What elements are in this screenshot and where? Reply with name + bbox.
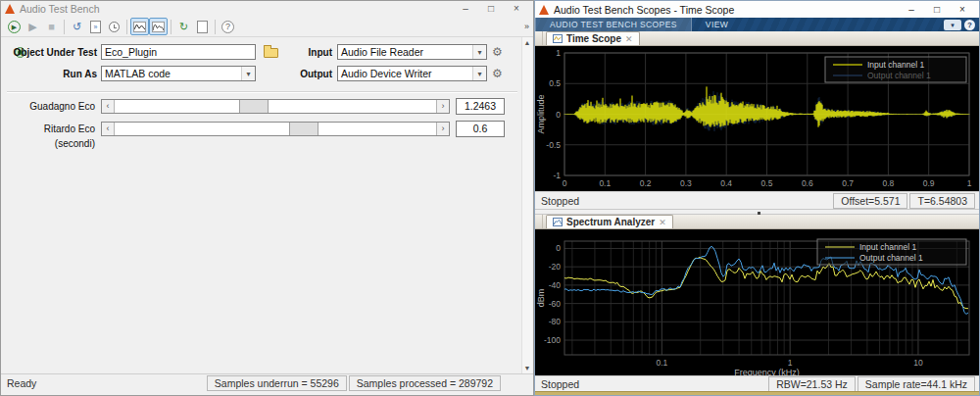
close-button[interactable]: × <box>950 3 975 17</box>
window-bottom-border <box>535 391 979 395</box>
svg-text:10: 10 <box>913 358 923 368</box>
svg-text:0.1: 0.1 <box>599 178 611 188</box>
svg-text:0: 0 <box>556 243 561 253</box>
play-button[interactable]: ▶ <box>24 18 42 35</box>
toolbar-separator <box>171 20 172 34</box>
svg-text:-40: -40 <box>549 280 562 290</box>
maximize-button[interactable]: □ <box>924 3 950 17</box>
time-scope-toggle[interactable] <box>130 18 149 35</box>
slider-value[interactable]: 1.2463 <box>456 98 505 115</box>
svg-text:0.2: 0.2 <box>640 178 652 188</box>
input-label: Input <box>293 45 332 60</box>
minimize-button[interactable]: – <box>453 2 478 16</box>
close-icon[interactable]: ✕ <box>625 34 633 44</box>
chevron-down-icon: ▾ <box>472 67 486 80</box>
status-text: Ready <box>1 377 36 389</box>
svg-text:Output channel 1: Output channel 1 <box>867 71 931 80</box>
svg-text:0.8: 0.8 <box>882 178 894 188</box>
slider-label: Ritardo Eco (secondi) <box>1 122 95 151</box>
generate-script-button[interactable]: » <box>86 18 105 35</box>
svg-text:0.5: 0.5 <box>761 178 773 188</box>
slider-value[interactable]: 0.6 <box>456 121 505 137</box>
svg-text:dBm: dBm <box>536 289 546 308</box>
spectrum-tab-icon <box>553 218 563 226</box>
spectrum-analyzer-toggle[interactable] <box>149 18 168 35</box>
svg-text:0.1: 0.1 <box>656 358 667 368</box>
help-button[interactable]: ? <box>219 18 237 35</box>
tab-spectrum-analyzer[interactable]: Spectrum Analyzer ✕ <box>546 215 673 228</box>
slider-thumb[interactable] <box>289 123 318 135</box>
slider-right-arrow-icon[interactable]: › <box>436 100 449 113</box>
status-cell: Sample rate=44.1 kHz <box>858 376 975 392</box>
folder-icon[interactable] <box>264 48 278 58</box>
reset-button[interactable]: ↺ <box>68 18 86 35</box>
slider-right-arrow-icon[interactable]: › <box>436 123 449 135</box>
output-select[interactable]: Audio Device Writer ▾ <box>337 66 487 81</box>
svg-text:0: 0 <box>556 110 561 120</box>
slider-left-arrow-icon[interactable]: ‹ <box>102 100 115 113</box>
toolbar-overflow-icon[interactable]: » <box>524 22 529 31</box>
svg-text:0.4: 0.4 <box>720 178 732 188</box>
scrollbar[interactable]: ▲ ▼ <box>521 37 532 373</box>
run-as-label: Run As <box>11 67 97 81</box>
svg-text:Input channel 1: Input channel 1 <box>867 60 924 70</box>
ribbon-tab-audio-test-bench-scopes[interactable]: AUDIO TEST BENCH SCOPES <box>535 18 692 31</box>
minimize-button[interactable]: – <box>899 3 924 17</box>
audio-device-refresh-button[interactable]: ↻ <box>174 18 193 35</box>
status-text: Stopped <box>535 195 579 207</box>
svg-text:Input channel 1: Input channel 1 <box>859 242 916 252</box>
spectrum-status-bar: Stopped RBW=21.53 HzSample rate=44.1 kHz <box>535 375 979 391</box>
open-document-button[interactable] <box>193 18 212 35</box>
svg-text:-20: -20 <box>549 262 562 272</box>
tab-time-scope[interactable]: Time Scope ✕ <box>546 31 640 45</box>
stop-button[interactable]: ■ <box>42 18 61 35</box>
slider-thumb[interactable] <box>239 100 269 113</box>
object-under-test-label: Object Under Test <box>11 45 97 60</box>
svg-text:-80: -80 <box>549 317 562 326</box>
slider-left-arrow-icon[interactable]: ‹ <box>102 123 115 135</box>
status-text: Stopped <box>535 378 579 390</box>
toolbar-separator <box>64 20 65 34</box>
titlebar: Audio Test Bench –□× <box>1 1 533 17</box>
time-scope-status-bar: Stopped Offset=5.571T=6.54803 <box>535 191 979 209</box>
input-select-value: Audio File Reader <box>341 46 423 58</box>
close-button[interactable]: × <box>504 2 529 16</box>
latency-clock-button[interactable] <box>105 18 123 35</box>
scroll-down-icon[interactable]: ▼ <box>522 365 532 371</box>
close-icon[interactable]: ✕ <box>659 218 666 227</box>
input-select[interactable]: Audio File Reader ▾ <box>337 44 487 60</box>
svg-text:1: 1 <box>967 178 972 188</box>
run-button[interactable]: ▶ <box>5 18 24 35</box>
slider-label: Guadagno Eco <box>1 99 95 114</box>
output-settings-gear-icon[interactable]: ⚙ <box>492 67 503 80</box>
svg-text:1: 1 <box>788 358 793 368</box>
svg-text:1: 1 <box>556 48 561 58</box>
window-controls: –□× <box>899 3 975 17</box>
maximize-button[interactable]: □ <box>478 2 504 16</box>
input-settings-gear-icon[interactable]: ⚙ <box>492 45 503 59</box>
tab-label: Spectrum Analyzer <box>566 217 655 227</box>
window-title: Audio Test Bench Scopes - Time Scope <box>554 4 734 16</box>
chevron-down-icon: ▾ <box>472 45 486 59</box>
object-under-test-input[interactable] <box>101 44 256 60</box>
slider-track[interactable]: ‹› <box>101 99 450 114</box>
tab-stub <box>535 215 543 228</box>
minimize-toolstrip-button[interactable]: ▾ <box>944 20 961 30</box>
status-bar: Ready Samples underrun = 55296Samples pr… <box>1 373 533 391</box>
toolstrip-help-button[interactable]: ? <box>964 20 975 30</box>
toolbar-separator <box>126 20 127 34</box>
chevron-down-icon: ▾ <box>241 67 255 80</box>
run-as-select[interactable]: MATLAB code ▾ <box>101 66 256 81</box>
screen: Audio Test Bench –□× ▶▶■↺»↻? » Object Un… <box>0 0 980 396</box>
status-cell: Samples processed = 289792 <box>349 375 501 391</box>
svg-text:Frequency (kHz): Frequency (kHz) <box>734 368 800 375</box>
toolbar-separator <box>215 20 216 34</box>
svg-text:-60: -60 <box>549 299 562 309</box>
svg-text:-100: -100 <box>544 335 561 345</box>
status-cell: T=6.54803 <box>909 193 975 209</box>
run-as-select-value: MATLAB code <box>105 68 171 79</box>
scroll-up-icon[interactable]: ▲ <box>522 39 532 46</box>
ribbon-tab-view[interactable]: VIEW <box>692 18 742 31</box>
slider-track[interactable]: ‹› <box>101 122 450 136</box>
divider <box>7 91 517 93</box>
